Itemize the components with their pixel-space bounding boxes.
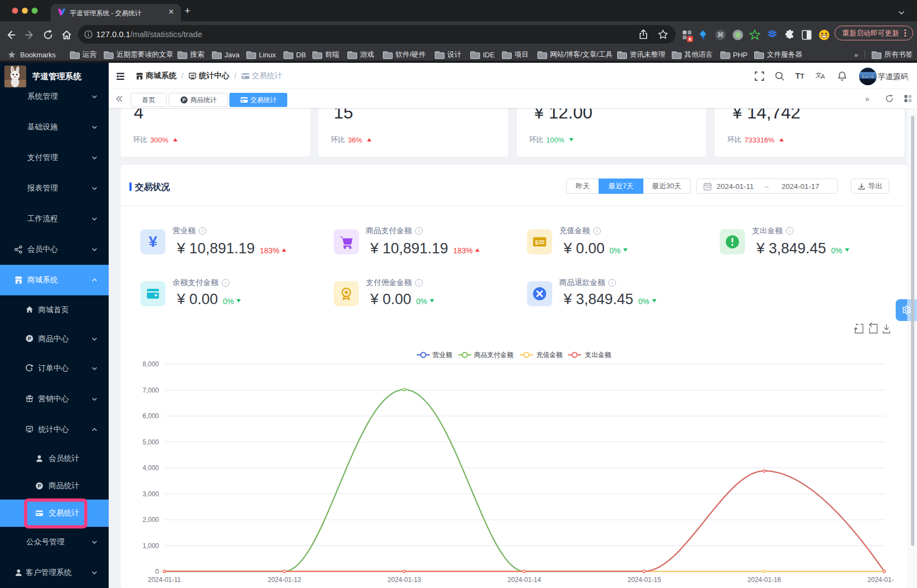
svg-text:2024-01-16: 2024-01-16 [748, 576, 782, 584]
svg-text:5,000: 5,000 [143, 438, 159, 446]
svg-text:2024-01-14: 2024-01-14 [507, 576, 541, 584]
svg-text:2024-01-11: 2024-01-11 [148, 576, 181, 584]
svg-text:2024-01-12: 2024-01-12 [268, 576, 301, 584]
svg-text:2024-01-15: 2024-01-15 [628, 576, 661, 584]
svg-text:2,000: 2,000 [143, 516, 159, 524]
svg-text:4,000: 4,000 [143, 464, 159, 472]
svg-text:6,000: 6,000 [143, 412, 159, 420]
svg-text:0: 0 [155, 568, 159, 575]
svg-text:1,000: 1,000 [143, 542, 159, 550]
svg-text:2024-01-17: 2024-01-17 [867, 576, 901, 584]
svg-text:7,000: 7,000 [143, 387, 159, 394]
svg-text:支出金额: 支出金额 [585, 351, 611, 359]
svg-text:商品支付金额: 商品支付金额 [474, 351, 513, 359]
svg-text:2024-01-13: 2024-01-13 [388, 576, 422, 584]
svg-text:充值金额: 充值金额 [536, 351, 563, 359]
svg-text:8,000: 8,000 [143, 360, 159, 368]
svg-text:营业额: 营业额 [433, 351, 452, 359]
svg-text:3,000: 3,000 [143, 490, 159, 498]
